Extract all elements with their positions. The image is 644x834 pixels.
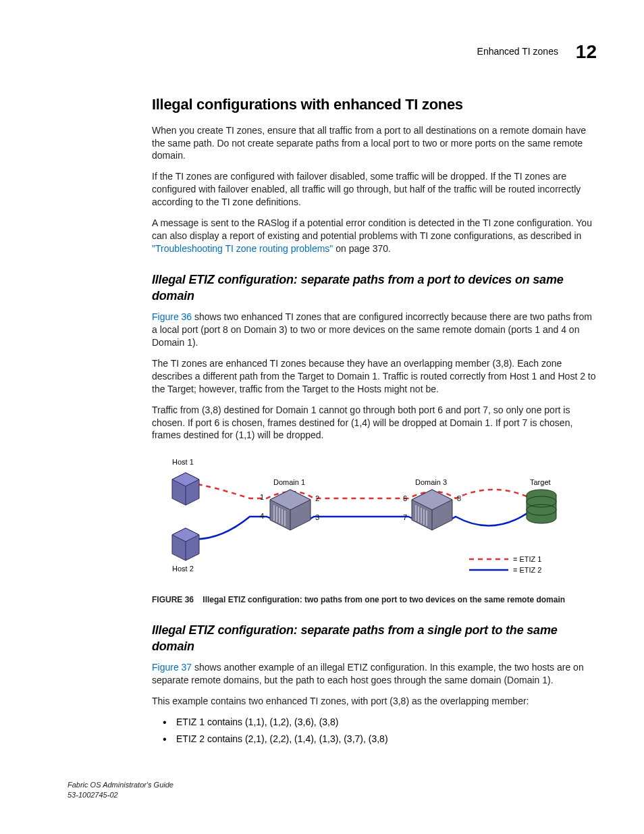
heading-2: Illegal ETIZ configuration: separate pat… (152, 271, 597, 305)
figure-36-caption: FIGURE 36 Illegal ETIZ configuration: tw… (152, 594, 597, 605)
label-domain1: Domain 1 (273, 478, 305, 486)
footer-title: Fabric OS Administrator's Guide (68, 780, 173, 790)
text: on page 370. (333, 243, 391, 254)
port-label: 6 (403, 494, 407, 502)
list-item: ETIZ 2 contains (2,1), (2,2), (1,4), (1,… (160, 733, 597, 746)
port-label: 3 (315, 513, 319, 521)
port-label: 4 (260, 512, 264, 520)
paragraph: Figure 37 shows another example of an il… (152, 661, 597, 687)
page-footer: Fabric OS Administrator's Guide 53-10027… (68, 780, 173, 800)
figure-label: FIGURE 36 (152, 595, 194, 604)
label-target: Target (530, 478, 551, 486)
link-figure36[interactable]: Figure 36 (152, 311, 192, 322)
port-label: 7 (403, 513, 407, 521)
text: A message is sent to the RASlog if a pot… (152, 217, 592, 241)
chapter-number: 12 (576, 39, 597, 65)
port-label: 1 (260, 493, 264, 501)
port-label: 8 (457, 494, 461, 502)
legend-etiz1: = ETIZ 1 (513, 555, 542, 563)
paragraph: If the TI zones are configured with fail… (152, 170, 597, 209)
bullet-list: ETIZ 1 contains (1,1), (1,2), (3,6), (3,… (160, 716, 597, 746)
heading-1: Illegal configurations with enhanced TI … (152, 95, 597, 115)
paragraph: Traffic from (3,8) destined for Domain 1… (152, 404, 597, 442)
legend-etiz2: = ETIZ 2 (513, 566, 542, 574)
header-section-title: Enhanced TI zones (477, 45, 558, 58)
paragraph: A message is sent to the RASlog if a pot… (152, 217, 597, 255)
text: shows another example of an illegal ETIZ… (152, 662, 584, 685)
paragraph: Figure 36 shows two enhanced TI zones th… (152, 311, 597, 349)
page-content: Illegal configurations with enhanced TI … (152, 95, 597, 746)
label-host1: Host 1 (172, 458, 194, 466)
link-figure37[interactable]: Figure 37 (152, 662, 192, 673)
footer-docnum: 53-1002745-02 (68, 790, 173, 800)
list-item: ETIZ 1 contains (1,1), (1,2), (3,6), (3,… (160, 716, 597, 729)
figure-caption-text: Illegal ETIZ configuration: two paths fr… (203, 595, 565, 604)
paragraph: When you create TI zones, ensure that al… (152, 124, 597, 163)
page-header: Enhanced TI zones 12 (477, 39, 597, 65)
port-label: 2 (315, 494, 319, 502)
heading-2: Illegal ETIZ configuration: separate pat… (152, 622, 597, 655)
label-host2: Host 2 (172, 565, 194, 573)
text: shows two enhanced TI zones that are con… (152, 311, 592, 348)
paragraph: The TI zones are enhanced TI zones becau… (152, 357, 597, 396)
link-troubleshooting[interactable]: "Troubleshooting TI zone routing problem… (152, 243, 333, 254)
paragraph: This example contains two enhanced TI zo… (152, 695, 597, 708)
label-domain3: Domain 3 (415, 478, 447, 486)
figure-36-diagram: Host 1 Host 2 Domain 1 (152, 452, 584, 588)
